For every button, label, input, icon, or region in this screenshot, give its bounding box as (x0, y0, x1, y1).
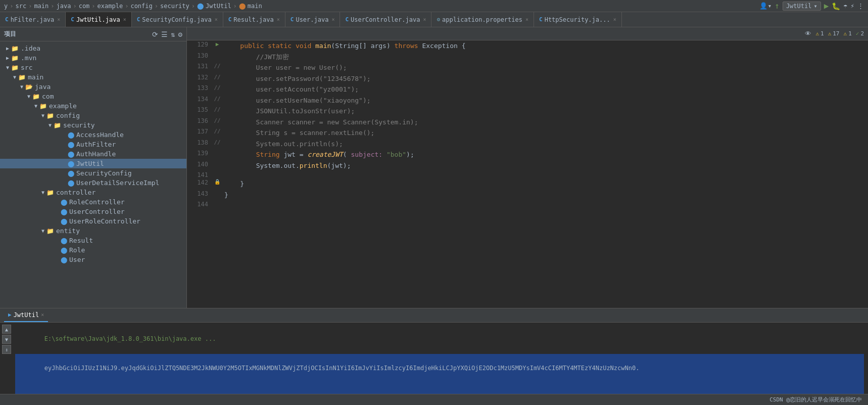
code-view[interactable]: 129 ▶ public static void main(String[] a… (187, 40, 868, 308)
breadcrumb-main-label: main (248, 3, 262, 10)
scroll-side-btn[interactable]: ↕ (2, 345, 11, 354)
tree-item-role[interactable]: ⬤ Role (0, 245, 186, 255)
breadcrumb-jwtutil: ⬤ (197, 3, 204, 10)
code-line-129: 129 ▶ public static void main(String[] a… (187, 40, 868, 52)
tree-label-jwtutil: JwtUtil (76, 160, 104, 167)
run-config-dropdown[interactable]: JwtUtil ▾ (783, 2, 821, 11)
bottom-content[interactable]: E:\software\Java\jdk_1.8.0_361\bin\java.… (0, 323, 868, 394)
tab-usercontroller[interactable]: C UserController.java × (340, 12, 431, 27)
scroll-up-btn[interactable]: ▲ (2, 325, 11, 334)
tab-user[interactable]: C User.java × (285, 12, 341, 27)
tree-item-entity[interactable]: ▼ 📁 entity (0, 226, 186, 236)
tree-item-securityconfig[interactable]: ⬤ SecurityConfig (0, 168, 186, 178)
coverage-button[interactable]: ☂ (843, 2, 847, 10)
tree-item-main[interactable]: ▼ 📁 main (0, 72, 186, 82)
sidebar-sync-btn[interactable]: ⟳ (152, 30, 158, 38)
line-content-136: Scanner scanner = new Scanner(System.in)… (222, 117, 868, 128)
sep1: › (10, 3, 13, 10)
run-config-label: JwtUtil (786, 3, 812, 10)
toolbar-right: 👤▾ ↑ JwtUtil ▾ ▶ 🐛 ☂ ⚡ ⋮ (759, 1, 864, 11)
git-icon[interactable]: ↑ (775, 1, 780, 11)
tree-item-java[interactable]: ▼ 📂 java (0, 82, 186, 92)
line-content-143: } (222, 190, 868, 201)
tree-item-authhandle[interactable]: ⬤ AuthHandle (0, 149, 186, 159)
tree-item-jwtutil[interactable]: ⬤ JwtUtil (0, 159, 186, 168)
tab-result-close[interactable]: × (277, 17, 280, 22)
line-gutter-129[interactable]: ▶ (212, 40, 222, 52)
tree-arrow-controller: ▼ (39, 190, 46, 195)
line-gutter-142[interactable]: 🔒 (212, 178, 222, 190)
tab-securityconfig-icon: C (137, 16, 140, 23)
warning-icon1: ⚠ (815, 30, 819, 37)
sidebar-title: 项目 (4, 30, 16, 38)
run-button[interactable]: ▶ (824, 1, 829, 11)
tree-label-src: src (21, 64, 32, 71)
sidebar-collapse-btn[interactable]: ☰ (161, 30, 168, 38)
tree-item-src[interactable]: ▼ 📁 src (0, 63, 186, 72)
tab-usercontroller-icon: C (345, 16, 349, 23)
tree-item-idea[interactable]: ▶ 📁 .idea (0, 43, 186, 53)
tree-item-user-entity[interactable]: ⬤ User (0, 255, 186, 264)
sidebar: 项目 ⟳ ☰ ⇅ ⚙ ▶ 📁 .idea ▶ 📁 .mvn (0, 27, 187, 308)
tree-item-controller[interactable]: ▼ 📁 controller (0, 188, 186, 197)
breadcrumb-y: y (4, 3, 8, 10)
tab-appprops-close[interactable]: × (525, 17, 528, 22)
line-num-133: 133 (187, 84, 212, 95)
tree-item-security[interactable]: ▼ 📁 security (0, 120, 186, 130)
bottom-tab-close[interactable]: × (41, 312, 44, 318)
tree-item-result[interactable]: ⬤ Result (0, 236, 186, 245)
bottom-wrapper: ▲ ▼ ↕ E:\software\Java\jdk_1.8.0_361\bin… (0, 323, 868, 394)
tab-httpsecurity-close[interactable]: × (613, 17, 616, 22)
line-content-137: String s = scanner.nextLine(); (222, 127, 868, 139)
line-num-144: 144 (187, 200, 212, 208)
editor-area: 👁 ⚠ 1 ⚠ 17 ⚠ 1 ✓ 2 129 ▶ (187, 27, 868, 308)
tab-user-close[interactable]: × (331, 17, 334, 22)
tree-item-userrolecontroller[interactable]: ⬤ UserRoleController (0, 216, 186, 226)
tab-result[interactable]: C Result.java × (223, 12, 285, 27)
tab-httpsecurity[interactable]: C HttpSecurity.ja... × (534, 12, 622, 27)
folder-icon-java: 📂 (25, 83, 33, 91)
tab-jwtutil[interactable]: C JwtUtil.java × (66, 12, 131, 27)
tree-item-mvn[interactable]: ▶ 📁 .mvn (0, 53, 186, 63)
tab-hfilter-close[interactable]: × (57, 17, 60, 22)
check-group: ✓ 2 (856, 30, 864, 37)
check-icon: ✓ (856, 30, 859, 37)
profile-icon[interactable]: 👤▾ (759, 2, 771, 10)
tab-usercontroller-close[interactable]: × (423, 17, 426, 22)
scroll-down-btn[interactable]: ▼ (2, 335, 11, 344)
tree-item-accesshandle[interactable]: ⬤ AccessHandle (0, 130, 186, 140)
line-content-142: } (222, 178, 868, 190)
tab-securityconfig-close[interactable]: × (215, 17, 218, 22)
folder-icon-main: 📁 (18, 74, 26, 81)
tab-appprops[interactable]: ⚙ application.properties × (431, 12, 534, 27)
line-num-139: 139 (187, 149, 212, 160)
tree-item-rolecontroller[interactable]: ⬤ RoleController (0, 197, 186, 207)
tree-item-com[interactable]: ▼ 📁 com (0, 92, 186, 101)
tree-label-controller: controller (56, 189, 95, 196)
line-content-129: public static void main(String[] args) t… (222, 40, 868, 52)
tree-item-example[interactable]: ▼ 📁 example (0, 101, 186, 111)
eye-icon[interactable]: 👁 (805, 30, 811, 37)
debug-button[interactable]: 🐛 (832, 2, 840, 10)
tab-securityconfig[interactable]: C SecurityConfig.java × (132, 12, 223, 27)
tree-label-example: example (49, 102, 77, 110)
tree-item-usercontroller[interactable]: ⬤ UserController (0, 207, 186, 216)
code-line-133: 133 // user.setAccount("yz0001"); (187, 84, 868, 95)
tab-jwtutil-close[interactable]: × (123, 17, 126, 22)
sidebar-settings-btn[interactable]: ⚙ (178, 30, 182, 38)
tree-label-main: main (28, 73, 43, 81)
tree-item-userdetailserviceimpl[interactable]: ⬤ UserDetailServiceImpl (0, 178, 186, 188)
tree-item-authfilter[interactable]: ⬤ AuthFilter (0, 140, 186, 149)
console-path-text: E:\software\Java\jdk_1.8.0_361\bin\java.… (44, 335, 216, 342)
line-gutter-131: // (212, 62, 222, 73)
tree-item-config[interactable]: ▼ 📁 config (0, 111, 186, 120)
java-icon-securityconfig: ⬤ (68, 170, 74, 177)
bottom-tab-jwtutil[interactable]: ▶ JwtUtil × (4, 308, 48, 322)
line-num-140: 140 (187, 160, 212, 171)
line-gutter-141 (212, 171, 222, 178)
sidebar-expand-btn[interactable]: ⇅ (171, 30, 175, 38)
more-actions[interactable]: ⋮ (857, 2, 864, 10)
tab-hfilter[interactable]: C hFilter.java × (0, 12, 66, 27)
console-jwt2-text: s.9UxGeFgtML00025QLz93VSXyfUUsDmpq3rtOut… (44, 393, 209, 394)
profile-button[interactable]: ⚡ (850, 2, 854, 10)
